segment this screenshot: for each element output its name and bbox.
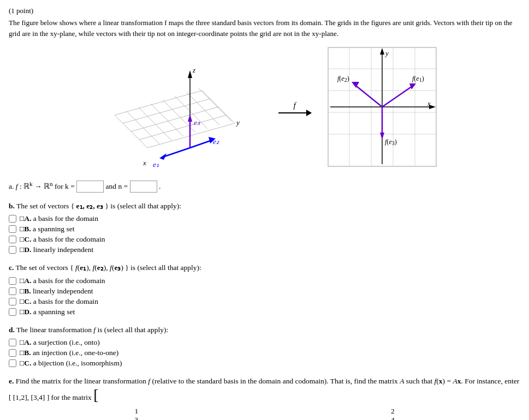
part-d-option-a: □A. a surjection (i.e., onto) □A. a surj… bbox=[9, 338, 520, 347]
svg-text:e₁: e₁ bbox=[153, 160, 159, 169]
arrow-line bbox=[278, 112, 311, 113]
part-d-option-b: □B. an injection (i.e., one-to-one) □B. … bbox=[9, 349, 520, 357]
part-c-option-d: □D. a spanning set □D. a spanning set bbox=[9, 308, 520, 316]
part-d-question: d. The linear transformation f is (selec… bbox=[9, 324, 520, 336]
b-checkbox-d[interactable] bbox=[9, 246, 16, 254]
and-n-text: and n = bbox=[106, 182, 130, 190]
part-c-question: c. The set of vectors { f(e₁), f(e₂), f(… bbox=[9, 262, 520, 274]
part-b-question: b. The set of vectors { e₁, e₂, e₃ } is … bbox=[9, 200, 520, 212]
part-b-section: b. The set of vectors { e₁, e₂, e₃ } is … bbox=[9, 200, 520, 255]
period: . bbox=[159, 182, 161, 190]
f-label: f bbox=[293, 101, 295, 110]
matrix-cells: 1 2 3 4 bbox=[9, 406, 520, 420]
svg-line-8 bbox=[151, 104, 183, 136]
part-b-option-c: □C. a basis for the codomain □C. a basis… bbox=[9, 235, 520, 244]
part-a-label: a. bbox=[9, 182, 16, 190]
svg-line-25 bbox=[190, 140, 212, 148]
b-checkbox-c[interactable] bbox=[9, 236, 16, 243]
part-a-section: a. f : ℝk → ℝn for k = and n = . bbox=[9, 178, 520, 193]
point-label: (1 point) bbox=[9, 7, 520, 15]
page: (1 point) The figure below shows where a… bbox=[0, 0, 529, 420]
b-checkbox-b[interactable] bbox=[9, 225, 16, 233]
c-checkbox-d[interactable] bbox=[9, 308, 16, 316]
svg-line-6 bbox=[127, 111, 159, 144]
svg-text:y: y bbox=[235, 118, 240, 127]
part-c-option-c: □C. a basis for the domain □C. a basis f… bbox=[9, 297, 520, 306]
k-input[interactable] bbox=[76, 181, 104, 193]
codomain-figure: y x f(e2) f(e1) bbox=[328, 47, 437, 167]
matrix-cell-21: 3 bbox=[11, 416, 262, 420]
matrix-cell-22: 4 bbox=[268, 416, 519, 420]
part-e-question: e. Find the matrix for the linear transf… bbox=[9, 375, 520, 403]
part-c-option-a: □A. a basis for the codomain □A. a basis… bbox=[9, 277, 520, 285]
matrix-cell-12: 2 bbox=[268, 407, 519, 416]
svg-line-5 bbox=[115, 115, 147, 148]
part-d-option-c: □C. a bijection (i.e., isomorphism) □C. … bbox=[9, 359, 520, 368]
svg-line-0 bbox=[147, 123, 235, 148]
part-e-section: e. Find the matrix for the linear transf… bbox=[9, 375, 520, 420]
svg-line-13 bbox=[202, 91, 235, 123]
part-b-option-d: □D. linearly independent □D. linearly in… bbox=[9, 245, 520, 254]
svg-text:x: x bbox=[427, 99, 431, 107]
matrix-example: [ bbox=[93, 387, 98, 403]
svg-text:e₃: e₃ bbox=[194, 118, 200, 127]
svg-line-22 bbox=[163, 148, 190, 157]
c-checkbox-c[interactable] bbox=[9, 298, 16, 305]
svg-text:e₂: e₂ bbox=[213, 137, 219, 146]
part-d-section: d. The linear transformation f is (selec… bbox=[9, 324, 520, 368]
part-c-option-b: □B. linearly independent □B. linearly in… bbox=[9, 287, 520, 296]
codomain-svg: y x f(e2) f(e1) bbox=[328, 47, 437, 167]
domain-svg: z x y e₃ e₁ e₂ bbox=[93, 44, 262, 170]
part-a-text: a. f : ℝk → ℝn for k = and n = . bbox=[9, 178, 520, 193]
svg-text:f(e3): f(e3) bbox=[385, 138, 397, 146]
figure-area: z x y e₃ e₁ e₂ f bbox=[9, 44, 520, 170]
bracket-left: [ bbox=[93, 387, 98, 403]
n-input[interactable] bbox=[130, 181, 157, 193]
svg-text:z: z bbox=[192, 66, 195, 74]
part-b-option-a: □A. a basis for the domain □A. a basis f… bbox=[9, 214, 520, 223]
d-checkbox-c[interactable] bbox=[9, 359, 16, 367]
b-checkbox-a[interactable] bbox=[9, 215, 16, 223]
c-checkbox-a[interactable] bbox=[9, 277, 16, 285]
intro-text: The figure below shows where a linear tr… bbox=[9, 17, 520, 39]
part-b-option-b: □B. a spanning set □B. a spanning set bbox=[9, 225, 520, 233]
d-checkbox-a[interactable] bbox=[9, 339, 16, 346]
domain-figure: z x y e₃ e₁ e₂ bbox=[93, 44, 262, 170]
c-checkbox-b[interactable] bbox=[9, 287, 16, 295]
svg-text:y: y bbox=[384, 49, 389, 57]
transformation-arrow: f bbox=[278, 101, 311, 113]
svg-text:x: x bbox=[142, 159, 146, 167]
part-a-func: f : ℝk → ℝn for k = bbox=[16, 182, 76, 190]
svg-line-12 bbox=[199, 88, 231, 121]
svg-marker-15 bbox=[188, 70, 192, 78]
svg-text:f(e2): f(e2) bbox=[337, 75, 349, 83]
part-c-section: c. The set of vectors { f(e₁), f(e₂), f(… bbox=[9, 262, 520, 316]
d-checkbox-b[interactable] bbox=[9, 349, 16, 357]
matrix-cell-11: 1 bbox=[11, 407, 262, 416]
svg-text:f(e1): f(e1) bbox=[412, 75, 424, 83]
